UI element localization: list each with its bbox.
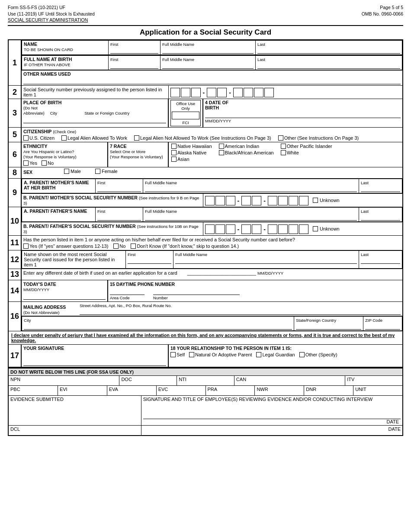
citizenship-legal-not-allowed: Legal Alien Not Allowed To Work (See Ins…: [134, 135, 271, 141]
r11-yes: Yes (If "yes" answer questions 12-13): [23, 244, 108, 249]
ssa-nti: NTI: [177, 376, 234, 385]
rel-other: Other (Specify): [299, 352, 337, 357]
ethnicity-no: No: [42, 160, 54, 166]
father-unknown: Unknown: [320, 226, 340, 231]
birth-name-label: FULL NAME AT BIRTH IF OTHER THAN ABOVE: [22, 56, 109, 70]
ssa-row3: EVIDENCE SUBMITTED SIGNATURE AND TITLE O…: [9, 396, 402, 426]
race-pacific-islander: Other Pacific Islander: [281, 144, 332, 149]
ssn-label: Social Security number previously assign…: [21, 86, 168, 99]
ssa-unit: UNIT: [353, 386, 402, 395]
father-last-col: Last: [359, 208, 402, 222]
row2-number: 2: [8, 86, 21, 99]
relationship-section: 18 YOUR RELATIONSHIP TO THE PERSON IN IT…: [168, 345, 403, 368]
sex: SEX Male Female: [21, 167, 403, 179]
ssa-evc: EVC: [157, 386, 206, 395]
ethnicity: ETHNICITY Are You Hispanic or Latino? (Y…: [21, 142, 108, 167]
address-state-col: State/Foreign Country: [294, 317, 363, 331]
race-section: 7 RACE Select One or More (Your Response…: [108, 142, 168, 167]
father-first-col: First: [96, 208, 143, 222]
address-zip-col: ZIP Code: [363, 317, 402, 331]
row14-number: 14: [8, 280, 21, 302]
declaration-text: I declare under penalty of perjury that …: [8, 331, 403, 345]
recent-first-col: First: [126, 251, 173, 269]
row16-number: 16: [8, 302, 21, 331]
race-options: Native Hawaiian Alaska Native Asian Amer…: [168, 142, 403, 167]
daytime-phone: 15 DAYTIME PHONE NUMBER Area Code Number: [108, 280, 403, 302]
row8-number: 8: [8, 167, 21, 179]
row6-number: 6: [8, 142, 21, 167]
ssa-row4: DCL DATE: [9, 426, 402, 435]
name-label: NAME TO BE SHOWN ON CARD: [22, 41, 109, 55]
father-middle-col: Full Middle Name: [143, 208, 359, 222]
rel-natural: Natural Or Adoptive Parent: [189, 352, 252, 357]
ssa-nwr: NWR: [255, 386, 304, 395]
mailing-address-street: MAILING ADDRESS (Do Not Abbreviate) Stre…: [21, 302, 403, 316]
date-of-birth: 4 DATE OF BIRTH MM/DD/YYYY: [203, 99, 403, 128]
ssa-npn: NPN: [9, 376, 119, 385]
row12-number: 12: [8, 250, 21, 269]
ssa-doc: DOC: [119, 376, 177, 385]
row11-content: Has the person listed in item 1 or anyon…: [21, 236, 403, 250]
row5-number: 5: [8, 128, 21, 142]
ssa-use-only-header: DO NOT WRITE BELOW THIS LINE (FOR SSA US…: [9, 369, 402, 376]
your-signature: YOUR SIGNATURE: [21, 345, 168, 368]
ssn-boxes: - -: [168, 86, 403, 99]
ssa-dcl: DCL: [9, 426, 141, 435]
row13-number: 13: [8, 269, 21, 280]
citizenship-us: U.S. Citizen: [23, 135, 55, 141]
birth-last-col: Last: [256, 56, 402, 70]
rel-self: Self: [170, 352, 185, 357]
recent-last-col: Last: [359, 251, 402, 269]
mother-name-label: A. PARENT/ MOTHER'S NAME AT HER BIRTH: [22, 179, 96, 193]
ssa-signature: SIGNATURE AND TITLE OF EMPLOYEE(S) REVIE…: [141, 396, 402, 425]
form-id: Form SS-5-FS (10-2021) UF: [8, 4, 95, 11]
form-header-right: Page 5 of 5 OMB No. 0960-0066: [362, 4, 403, 23]
row10-number: 10: [8, 207, 21, 236]
ssa-pra: PRA: [206, 386, 255, 395]
form-header-left: Form SS-5-FS (10-2021) UF Use (11-2019) …: [8, 4, 95, 23]
different-dob: Enter any different date of birth if use…: [21, 269, 403, 280]
form-use-line: Use (11-2019) UF Until Stock Is Exhauste…: [8, 11, 95, 17]
recent-middle-col: Full Middle Name: [173, 251, 359, 269]
mother-ssn-label: B. PARENT/ MOTHER'S SOCIAL SECURITY NUMB…: [21, 194, 203, 207]
ssa-eva: EVA: [107, 386, 157, 395]
rel-legal: Legal Guardian: [256, 352, 295, 357]
recent-card-label: Name shown on the most recent Social Sec…: [22, 251, 126, 269]
ssa-itv: ITV: [345, 376, 402, 385]
row1-number: 1: [8, 40, 21, 86]
ssa-row1: NPN DOC NTI CAN ITV: [9, 376, 402, 386]
father-ssn-boxes: - - Unknown: [203, 222, 403, 236]
race-white: White: [281, 150, 332, 155]
office-use-only: Office Use Only FCI: [168, 99, 203, 128]
race-black-african: Black/African American: [219, 150, 274, 155]
row9-number: 9: [8, 179, 21, 207]
father-name-label: A. PARENT/ FATHER'S NAME: [22, 208, 96, 222]
r11-no: No: [113, 244, 125, 249]
father-ssn-label: B. PARENT/ FATHER'S SOCIAL SECURITY NUMB…: [21, 222, 203, 236]
birth-first-col: First: [109, 56, 161, 70]
ssa-pbc: PBC: [9, 386, 58, 395]
name-last-col: Last: [256, 41, 402, 55]
ssa-can: CAN: [234, 376, 345, 385]
other-names-row: OTHER NAMES USED: [21, 71, 403, 86]
citizenship-other: Other (See Instructions On Page 3): [278, 135, 359, 141]
name-first-col: First: [109, 41, 161, 55]
address-city-col: City: [22, 317, 294, 331]
citizenship-legal-allowed: Legal Alien Allowed To Work: [61, 135, 127, 141]
r11-dontknow: Don't Know (If "don't know," skip to que…: [131, 244, 239, 249]
form-agency: SOCIAL SECURITY ADMINISTRATION: [8, 17, 95, 23]
row11-number: 11: [8, 236, 21, 250]
mother-unknown: Unknown: [320, 198, 340, 203]
row17-number: 17: [8, 345, 21, 368]
mother-first-col: First: [96, 179, 143, 193]
ssa-evi: EVI: [58, 386, 107, 395]
page-number: Page 5 of 5: [362, 4, 403, 11]
name-middle-col: Full Middle Name: [161, 41, 256, 55]
race-american-indian: American Indian: [219, 144, 274, 149]
birth-middle-col: Full Middle Name: [161, 56, 256, 70]
omb-number: OMB No. 0960-0066: [362, 11, 403, 17]
mother-last-col: Last: [359, 179, 402, 193]
citizenship: CITIZENSHIP (Check One) U.S. Citizen Leg…: [21, 128, 403, 142]
mother-ssn-boxes: - - Unknown: [203, 194, 403, 207]
page-title: Application for a Social Security Card: [8, 25, 403, 37]
